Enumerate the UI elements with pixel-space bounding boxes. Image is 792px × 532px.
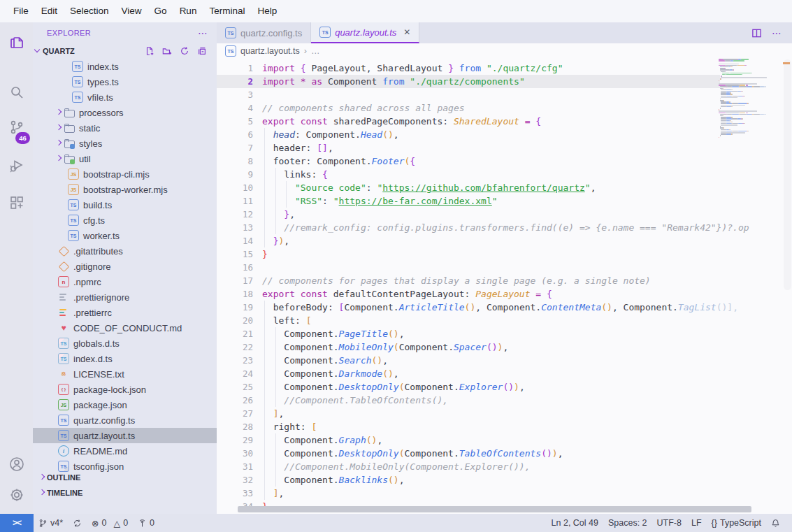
line-number[interactable]: 8 [217, 154, 253, 168]
line-number[interactable]: 19 [217, 301, 253, 314]
tree-item-quartz-config-ts[interactable]: TSquartz.config.ts [33, 412, 217, 428]
code-line-16[interactable]: 16 [217, 261, 792, 274]
tree-item-styles[interactable]: styles [33, 136, 217, 151]
new-file-icon[interactable] [145, 46, 154, 56]
tree-item-index-ts[interactable]: TSindex.ts [33, 59, 217, 74]
tree-item-package-lock-json[interactable]: { }package-lock.json [33, 382, 217, 397]
explorer-icon[interactable] [0, 28, 33, 56]
code-line-32[interactable]: 32 Component.Backlinks(), [217, 473, 792, 487]
code-line-23[interactable]: 23 Component.Search(), [217, 354, 792, 367]
line-number[interactable]: 3 [217, 88, 253, 101]
tree-item-globals-d-ts[interactable]: TSglobals.d.ts [33, 336, 217, 351]
code-line-11[interactable]: 11 "RSS": "https://be-far.com/index.xml" [217, 194, 792, 208]
tab-quartz-config-ts[interactable]: TSquartz.config.ts [217, 22, 311, 43]
line-number[interactable]: 24 [217, 367, 253, 380]
line-number[interactable]: 12 [217, 208, 253, 221]
code-line-19[interactable]: 19 beforeBody: [Component.ArticleTitle()… [217, 301, 792, 314]
line-number[interactable]: 32 [217, 473, 253, 487]
code-line-5[interactable]: 5export const sharedPageComponents: Shar… [217, 115, 792, 128]
code-line-13[interactable]: 13 //remark_config: config.plugins.trans… [217, 221, 792, 234]
close-icon[interactable]: ✕ [403, 27, 410, 37]
notifications-bell-icon[interactable] [766, 519, 785, 528]
more-actions-icon[interactable]: ⋯ [772, 27, 782, 38]
tree-item-code-of-conduct-md[interactable]: ♥CODE_OF_CONDUCT.md [33, 320, 217, 336]
panel-timeline[interactable]: TIMELINE [33, 485, 217, 501]
menu-item-help[interactable]: Help [251, 0, 283, 22]
line-number[interactable]: 27 [217, 407, 253, 420]
tree-item--prettierignore[interactable]: .prettierignore [33, 289, 217, 305]
line-number[interactable]: 4 [217, 101, 253, 115]
eol[interactable]: LF [686, 518, 707, 528]
menu-item-terminal[interactable]: Terminal [203, 0, 251, 22]
menu-item-go[interactable]: Go [148, 0, 173, 22]
code-line-20[interactable]: 20 left: [ [217, 314, 792, 327]
line-number[interactable]: 2 [217, 75, 253, 88]
cursor-position[interactable]: Ln 2, Col 49 [547, 518, 603, 528]
line-number[interactable]: 7 [217, 141, 253, 154]
run-debug-icon[interactable] [0, 152, 33, 180]
tree-item--npmrc[interactable]: n.npmrc [33, 274, 217, 289]
tree-item-readme-md[interactable]: iREADME.md [33, 443, 217, 459]
code-line-9[interactable]: 9 links: { [217, 168, 792, 181]
settings-gear-icon[interactable] [0, 481, 33, 509]
line-number[interactable]: 28 [217, 420, 253, 433]
line-number[interactable]: 9 [217, 168, 253, 181]
line-number[interactable]: 31 [217, 460, 253, 473]
search-icon[interactable] [0, 78, 33, 106]
tree-item-license-txt[interactable]: ⚖LICENSE.txt [33, 366, 217, 382]
code-line-18[interactable]: 18export const defaultContentPageLayout:… [217, 287, 792, 301]
indentation[interactable]: Spaces: 2 [603, 518, 652, 528]
line-number[interactable]: 13 [217, 221, 253, 234]
code-line-29[interactable]: 29 Component.Graph(), [217, 433, 792, 447]
line-number[interactable]: 33 [217, 487, 253, 500]
tree-item-cfg-ts[interactable]: TScfg.ts [33, 213, 217, 228]
line-number[interactable]: 21 [217, 327, 253, 340]
menu-item-view[interactable]: View [115, 0, 148, 22]
code-line-31[interactable]: 31 //Component.MobileOnly(Component.Expl… [217, 460, 792, 473]
tree-item-bootstrap-cli-mjs[interactable]: JSbootstrap-cli.mjs [33, 166, 217, 182]
code-line-28[interactable]: 28 right: [ [217, 420, 792, 433]
new-folder-icon[interactable] [162, 46, 172, 56]
line-number[interactable]: 1 [217, 62, 253, 75]
code-line-22[interactable]: 22 Component.MobileOnly(Component.Spacer… [217, 340, 792, 354]
extensions-icon[interactable] [0, 189, 33, 217]
code-line-1[interactable]: 1import { PageLayout, SharedLayout } fro… [217, 62, 792, 75]
collapse-all-icon[interactable] [197, 46, 207, 56]
line-number[interactable]: 14 [217, 234, 253, 247]
horizontal-scrollbar[interactable] [238, 506, 751, 512]
tree-item-processors[interactable]: processors [33, 105, 217, 120]
menu-item-run[interactable]: Run [173, 0, 203, 22]
tab-quartz-layout-ts[interactable]: TSquartz.layout.ts✕ [311, 22, 419, 43]
explorer-more-icon[interactable]: ⋯ [198, 27, 208, 38]
code-line-33[interactable]: 33 ], [217, 487, 792, 500]
tree-item-worker-ts[interactable]: TSworker.ts [33, 228, 217, 243]
tree-item-bootstrap-worker-mjs[interactable]: JSbootstrap-worker.mjs [33, 182, 217, 197]
code-line-8[interactable]: 8 footer: Component.Footer({ [217, 154, 792, 168]
breadcrumb-file[interactable]: quartz.layout.ts [240, 46, 300, 56]
code-line-30[interactable]: 30 Component.DesktopOnly(Component.Table… [217, 447, 792, 460]
refresh-icon[interactable] [180, 46, 189, 56]
line-number[interactable]: 18 [217, 287, 253, 301]
tree-item-vfile-ts[interactable]: TSvfile.ts [33, 89, 217, 105]
panel-outline[interactable]: OUTLINE [33, 470, 217, 485]
project-section-header[interactable]: QUARTZ [33, 43, 217, 59]
source-control-icon[interactable]: 46 [0, 113, 33, 141]
menu-item-edit[interactable]: Edit [35, 0, 64, 22]
line-number[interactable]: 15 [217, 247, 253, 261]
line-number[interactable]: 22 [217, 340, 253, 354]
tree-item--prettierrc[interactable]: .prettierrc [33, 305, 217, 320]
code-line-26[interactable]: 26 //Component.TableOfContents(), [217, 394, 792, 407]
code-line-14[interactable]: 14 }), [217, 234, 792, 247]
language-mode[interactable]: {} TypeScript [707, 518, 766, 528]
code-line-12[interactable]: 12 }, [217, 208, 792, 221]
line-number[interactable]: 25 [217, 380, 253, 394]
code-line-3[interactable]: 3 [217, 88, 792, 101]
ports-item[interactable]: 0 [133, 514, 159, 532]
tree-item-index-d-ts[interactable]: TSindex.d.ts [33, 351, 217, 366]
code-line-24[interactable]: 24 Component.Darkmode(), [217, 367, 792, 380]
breadcrumb[interactable]: TS quartz.layout.ts › … [217, 43, 792, 59]
tree-item-quartz-layout-ts[interactable]: TSquartz.layout.ts [33, 428, 217, 443]
line-number[interactable]: 20 [217, 314, 253, 327]
line-number[interactable]: 17 [217, 274, 253, 287]
sync-item[interactable] [68, 514, 87, 532]
